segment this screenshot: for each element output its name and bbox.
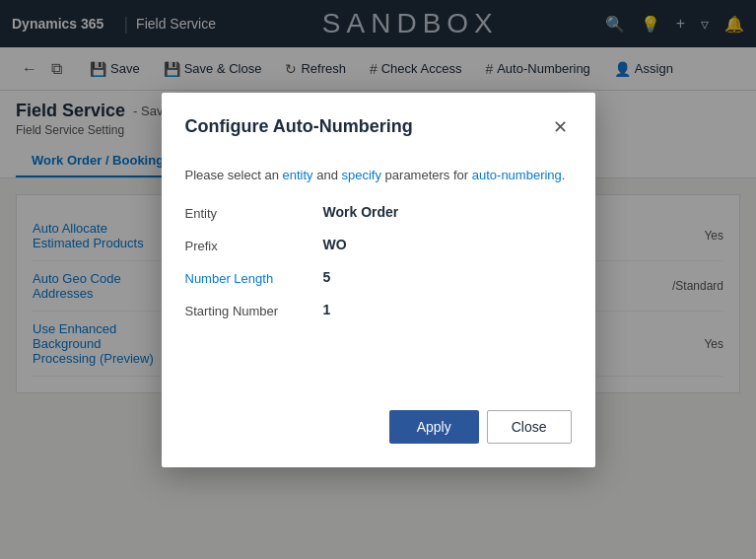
modal-body: Please select an entity and specify para… [162,154,595,394]
starting-number-field-label: Starting Number [185,302,323,318]
number-length-field-label[interactable]: Number Length [185,269,323,286]
modal-title: Configure Auto-Numbering [185,116,413,137]
specify-link[interactable]: specify [342,168,381,182]
entity-link[interactable]: entity [283,168,313,182]
configure-autonumbering-modal: Configure Auto-Numbering ✕ Please select… [162,93,595,467]
close-button[interactable]: Close [487,410,572,444]
apply-button[interactable]: Apply [389,410,479,444]
prefix-field-label: Prefix [185,237,323,253]
number-length-field-value: 5 [323,269,572,285]
modal-fields: Entity Work Order Prefix WO Number Lengt… [185,204,572,318]
starting-number-field-value: 1 [323,302,572,317]
modal-header: Configure Auto-Numbering ✕ [162,93,595,154]
auto-numbering-link[interactable]: auto-numbering [472,168,562,182]
modal-description: Please select an entity and specify para… [185,166,572,185]
entity-field-value: Work Order [323,204,572,220]
modal-footer: Apply Close [162,394,595,467]
prefix-field-value: WO [323,237,572,252]
modal-overlay: Configure Auto-Numbering ✕ Please select… [0,0,756,559]
modal-close-button[interactable]: ✕ [549,112,572,142]
entity-field-label: Entity [185,204,323,221]
